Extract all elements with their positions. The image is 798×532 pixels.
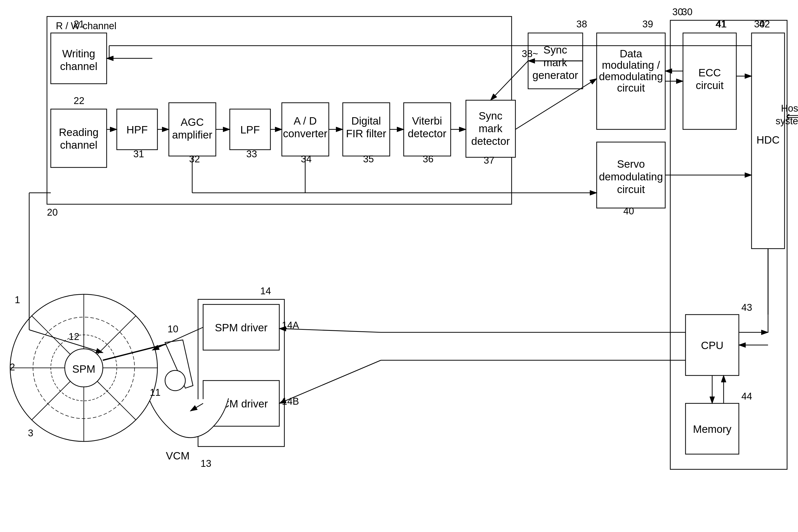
actuator-num11: 11 <box>150 387 161 398</box>
sync-mark-det-num: 37 <box>484 155 494 166</box>
spm-driver-text: SPM driver <box>215 322 268 334</box>
actuator-num10: 10 <box>167 324 178 335</box>
num-30-label: 30 <box>672 6 683 17</box>
adc-text: A / D <box>293 115 316 127</box>
adc-num: 34 <box>301 154 311 165</box>
disk-num1: 1 <box>15 294 20 305</box>
adc-text2: converter <box>283 128 327 139</box>
hpf-text: HPF <box>126 124 148 136</box>
lpf-num: 33 <box>246 149 257 159</box>
hdc-text: HDC <box>757 134 780 146</box>
data-mod-num: 39 <box>642 19 653 30</box>
cpu-text: CPU <box>701 339 724 352</box>
vcm-pivot <box>165 370 185 391</box>
viterbi-num: 36 <box>423 154 433 165</box>
ecc-text: ECC <box>699 67 721 79</box>
viterbi-text: Viterbi <box>412 115 442 127</box>
servo-demod-text3: circuit <box>617 184 645 195</box>
agc-num: 32 <box>189 154 200 165</box>
data-mod-text: Data <box>620 48 642 60</box>
fir-text2: FIR filter <box>346 128 386 139</box>
host-arrow: ⟺ <box>786 109 798 123</box>
conn-syncgen-to-detector <box>491 61 528 100</box>
driver-box-num: 14 <box>260 286 271 296</box>
fir-text: Digital <box>351 115 381 127</box>
rw-channel-label: R / W channel <box>56 21 116 31</box>
agc-text2: amplifier <box>172 129 213 141</box>
disk-num12: 12 <box>69 331 79 342</box>
sync-mark-gen-num: 38 <box>576 19 587 30</box>
servo-demod-text2: demodulating <box>599 171 663 183</box>
disk-num2: 2 <box>10 362 15 373</box>
conn-cpu-vcm2 <box>279 360 381 403</box>
writing-channel-num: 21 <box>74 19 84 30</box>
reading-channel-text2: channel <box>60 139 97 151</box>
sync-mark-det-text: Sync <box>478 110 502 122</box>
vcm-coil <box>150 398 229 438</box>
vcm-num: 13 <box>201 458 211 469</box>
num-20: 20 <box>47 207 58 218</box>
memory-num: 44 <box>741 391 752 402</box>
sync-mark-det-text3: detector <box>471 135 510 147</box>
memory-text: Memory <box>693 423 731 435</box>
reading-channel-text: Reading <box>59 126 98 138</box>
cpu-num: 43 <box>741 302 752 313</box>
spm-text: SPM <box>72 363 95 375</box>
sync-mark-gen-text2: mark <box>543 57 567 69</box>
num-41-label: 41 <box>715 19 726 30</box>
num-38: 38~ <box>522 49 538 59</box>
data-mod-text4: circuit <box>617 82 645 94</box>
disk-num3: 3 <box>28 428 33 438</box>
sync-mark-det-text2: mark <box>478 122 503 134</box>
agc-text: AGC <box>181 116 204 128</box>
servo-demod-text: Servo <box>617 158 645 170</box>
viterbi-text2: detector <box>408 128 446 139</box>
num-30-outer: 30 <box>682 6 692 17</box>
ecc-text2: circuit <box>696 79 724 91</box>
data-mod-text3: demodulating <box>599 71 663 82</box>
reading-channel-num: 22 <box>74 95 84 106</box>
diagram: R / W channel Writing channel 21 Reading… <box>0 0 798 532</box>
servo-demod-num: 40 <box>623 206 634 216</box>
hpf-num: 31 <box>133 149 144 159</box>
writing-channel-text2: channel <box>60 60 97 72</box>
sync-mark-gen-text3: generator <box>532 69 578 81</box>
data-mod-text2: modulating / <box>602 59 660 71</box>
fir-num: 35 <box>363 154 374 165</box>
lpf-text: LPF <box>240 124 260 136</box>
writing-channel-text: Writing <box>62 48 95 60</box>
vcm-text: VCM <box>166 450 189 462</box>
